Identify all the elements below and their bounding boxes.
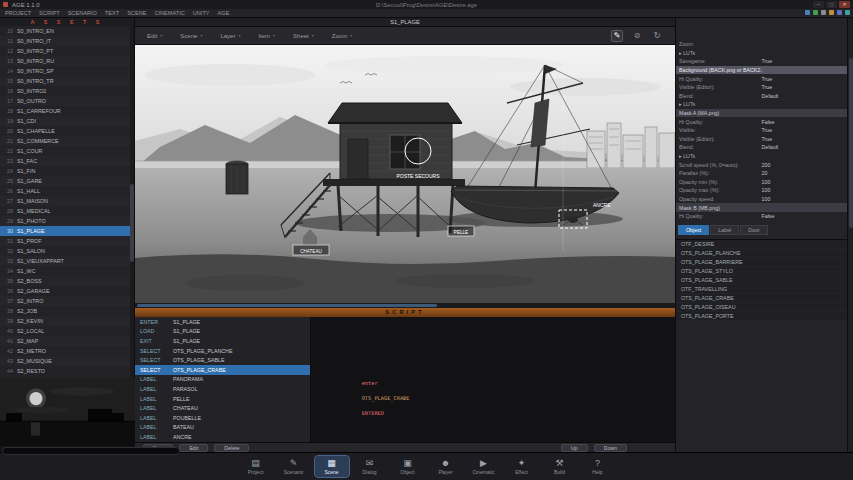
viewport-menu[interactable]: Edit ▾ [147, 33, 162, 39]
window-scrollbar-thumb[interactable] [849, 58, 853, 228]
hotspot-label-ancre[interactable]: ANCRE [593, 202, 611, 208]
property-value[interactable]: 100 [762, 179, 845, 185]
taskbar-item[interactable]: ⚒ Build [543, 456, 577, 477]
taskbar-item[interactable]: ☻ Player [429, 456, 463, 477]
taskbar-item[interactable]: ✉ Dialog [353, 456, 387, 477]
tool-button[interactable]: ✎ [611, 30, 623, 42]
command-input[interactable] [2, 447, 180, 455]
minimize-button[interactable]: ─ [813, 1, 824, 8]
viewport-menu[interactable]: Layer ▾ [220, 33, 240, 39]
asset-row[interactable]: 28 S1_MEDICAL [0, 206, 130, 216]
property-row[interactable]: Opacity min (%): 100 [676, 178, 847, 187]
property-row[interactable]: Visible (Editor): True [676, 83, 847, 92]
property-value[interactable]: Default [762, 144, 845, 150]
asset-row[interactable]: 25 S1_GARE [0, 176, 130, 186]
taskbar-item[interactable]: ▣ Object [391, 456, 425, 477]
asset-row[interactable]: 39 S2_KEVIN [0, 316, 130, 326]
asset-row[interactable]: 32 S1_SALON [0, 246, 130, 256]
script-command-row[interactable]: LABEL PELLE [135, 394, 310, 404]
menu-item[interactable]: CINEMATIC [154, 10, 184, 16]
status-icon[interactable] [813, 10, 818, 15]
asset-row[interactable]: 17 S0_OUTRO [0, 96, 130, 106]
asset-row[interactable]: 35 S2_BOSS [0, 276, 130, 286]
object-type-tab[interactable]: Door [740, 225, 767, 235]
property-row[interactable]: Visible (Editor): True [676, 135, 847, 144]
script-command-row[interactable]: SELECT OTS_PLAGE_SABLE [135, 355, 310, 365]
taskbar-item[interactable]: ▤ Project [239, 456, 273, 477]
viewport-menu[interactable]: Zoom ▾ [332, 33, 352, 39]
property-row[interactable]: Opacity speed: 100 [676, 195, 847, 204]
taskbar-item[interactable]: ? Help [581, 456, 615, 477]
close-button[interactable]: ✕ [839, 1, 850, 8]
menu-item[interactable]: SCENARIO [68, 10, 97, 16]
scene-object-row[interactable]: OTF_DESIRE [676, 240, 847, 249]
property-value[interactable]: True [762, 76, 845, 82]
property-row[interactable]: Opacity max (%): 100 [676, 186, 847, 195]
asset-row[interactable]: 41 S2_MAP [0, 336, 130, 346]
tool-button[interactable]: ↻ [651, 30, 663, 42]
menu-item[interactable]: PROJECT [5, 10, 31, 16]
script-code-editor[interactable]: enter OTS_PLAGE_CRABE ENTERED setWalkToS… [311, 317, 675, 442]
property-row[interactable]: Hi Quality: True [676, 74, 847, 83]
property-row[interactable]: Blend: Default [676, 143, 847, 152]
asset-row[interactable]: 42 S2_METRO [0, 346, 130, 356]
script-button[interactable]: Edit [179, 444, 208, 452]
asset-row[interactable]: 20 S1_CHAPELLE [0, 126, 130, 136]
asset-row[interactable]: 36 S2_GARAGE [0, 286, 130, 296]
property-row[interactable]: Blend: Default [676, 92, 847, 101]
status-icon[interactable] [845, 10, 850, 15]
menu-item[interactable]: UNITY [193, 10, 210, 16]
property-row[interactable]: Hi Quality: False [676, 117, 847, 126]
asset-row[interactable]: 44 S2_RESTO [0, 366, 130, 376]
asset-row[interactable]: 24 S1_FIN [0, 166, 130, 176]
menu-item[interactable]: SCRIPT [39, 10, 60, 16]
asset-row[interactable]: 43 S2_MUSIQUE [0, 356, 130, 366]
asset-row[interactable]: 22 S1_COUR [0, 146, 130, 156]
script-button[interactable]: Delete [214, 444, 249, 452]
script-command-row[interactable]: LABEL PANORAMA [135, 375, 310, 385]
property-value[interactable]: True [762, 127, 845, 133]
property-row[interactable]: ▸ LUTs [676, 49, 847, 58]
scene-object-row[interactable]: OTF_TRAVELLING [676, 285, 847, 294]
scene-tab[interactable]: S1_PLAGE [390, 19, 420, 25]
property-row[interactable]: ▸ LUTs [676, 152, 847, 161]
script-command-row[interactable]: SELECT OTS_PLAGE_CRABE [135, 365, 310, 375]
property-row[interactable]: Zoom: [676, 40, 847, 49]
property-row[interactable]: Savegame: True [676, 57, 847, 66]
asset-row[interactable]: 18 S1_CARREFOUR [0, 106, 130, 116]
status-icon[interactable] [829, 10, 834, 15]
asset-row[interactable]: 33 S1_VIEUXAPPART [0, 256, 130, 266]
property-value[interactable]: 200 [762, 162, 845, 168]
asset-row[interactable]: 26 S1_HALL [0, 186, 130, 196]
asset-row[interactable]: 11 S0_INTRO_IT [0, 36, 130, 46]
scene-object-row[interactable]: OTS_PLAGE_STYLO [676, 267, 847, 276]
taskbar-item[interactable]: ▦ Scene [315, 456, 349, 477]
property-row[interactable]: Background (BACK.png or BACK2.png) [676, 66, 847, 75]
property-value[interactable]: True [762, 136, 845, 142]
property-value[interactable]: 100 [762, 187, 845, 193]
script-command-row[interactable]: LABEL BATEAU [135, 423, 310, 433]
property-row[interactable]: Scroll speed (%, 0=auto): 200 [676, 160, 847, 169]
scene-object-row[interactable]: OTS_PLAGE_SABLE [676, 276, 847, 285]
script-command-row[interactable]: ENTER S1_PLAGE [135, 317, 310, 327]
scene-thumbnail-preview[interactable] [0, 378, 135, 446]
asset-row[interactable]: 37 S2_INTRO [0, 296, 130, 306]
hotspot-pelle[interactable]: PELLE [448, 226, 474, 236]
script-command-row[interactable]: LABEL CHATEAU [135, 403, 310, 413]
asset-row[interactable]: 30 S1_PLAGE [0, 226, 130, 236]
asset-row[interactable]: 13 S0_INTRO_RU [0, 56, 130, 66]
scene-object-row[interactable]: OTS_PLAGE_BARRIERE [676, 258, 847, 267]
viewport-menu[interactable]: Scene ▾ [180, 33, 202, 39]
property-value[interactable]: False [762, 213, 845, 219]
tool-button[interactable]: ⊘ [631, 30, 643, 42]
scene-object-row[interactable]: OTS_PLAGE_OISEAU [676, 303, 847, 312]
asset-row[interactable]: 31 S1_PROF [0, 236, 130, 246]
property-row[interactable]: ▸ LUTs [676, 100, 847, 109]
assets-scrollbar[interactable] [130, 26, 134, 378]
asset-row[interactable]: 21 S1_COMMERCE [0, 136, 130, 146]
property-row[interactable]: Visible: True [676, 126, 847, 135]
scene-object-row[interactable]: OTS_PLAGE_PLANCHE [676, 249, 847, 258]
property-value[interactable]: True [762, 84, 845, 90]
menu-item[interactable]: AGE [218, 10, 230, 16]
asset-row[interactable]: 10 S0_INTRO_EN [0, 26, 130, 36]
